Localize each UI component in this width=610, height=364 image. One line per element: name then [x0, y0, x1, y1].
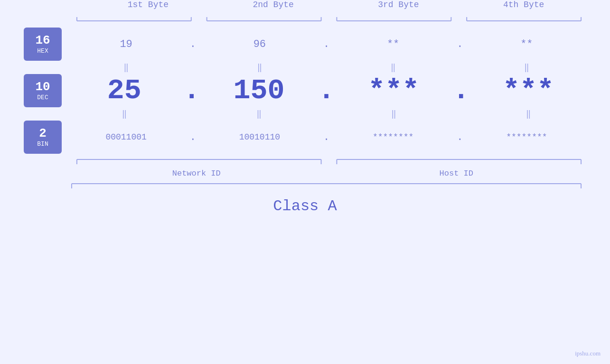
- byte3-header: 3rd Byte: [336, 0, 461, 9]
- top-brackets: [66, 12, 586, 23]
- top-brackets-svg: [66, 12, 586, 23]
- equals-row-2: ‖ ‖ ‖ ‖: [66, 107, 586, 121]
- bin-dot-1: .: [186, 131, 200, 143]
- id-labels-row: Network ID Host ID: [66, 169, 586, 178]
- dec-dot-1: .: [182, 75, 201, 107]
- bin-badge-label: BIN: [37, 140, 48, 148]
- hex-dot-1: .: [186, 38, 200, 50]
- eq2: ‖: [200, 62, 319, 73]
- bin-row: 2 BIN 00011001 . 10010110 . ******** . *…: [24, 121, 586, 154]
- byte1-header: 1st Byte: [85, 0, 211, 9]
- full-bottom-bracket: [66, 182, 586, 192]
- hex-row: 16 HEX 19 . 96 . ** . **: [24, 28, 586, 61]
- dec-val-2: 150: [201, 75, 317, 107]
- network-id-label: Network ID: [66, 169, 327, 178]
- bottom-brackets: [66, 158, 586, 168]
- host-id-label: Host ID: [327, 169, 587, 178]
- byte2-header: 2nd Byte: [211, 0, 336, 9]
- hex-val-4: **: [467, 38, 586, 50]
- dec-badge-num: 10: [35, 80, 50, 94]
- hex-badge: 16 HEX: [24, 28, 62, 61]
- main-container: 1st Byte 2nd Byte 3rd Byte 4th Byte 16 H: [0, 0, 610, 364]
- eq7: ‖: [336, 109, 452, 119]
- hex-dot-3: .: [453, 38, 467, 50]
- bin-badge: 2 BIN: [24, 121, 62, 154]
- hex-dot-2: .: [319, 38, 334, 50]
- eq5: ‖: [66, 109, 182, 119]
- hex-badge-num: 16: [35, 34, 50, 47]
- hex-cells: 19 . 96 . ** . **: [66, 38, 586, 50]
- bin-val-3: ********: [334, 132, 453, 142]
- dec-cells: 25 . 150 . *** . ***: [66, 75, 586, 107]
- bin-val-1: 00011001: [66, 132, 186, 142]
- bin-dot-2: .: [319, 131, 334, 143]
- dec-row: 10 DEC 25 . 150 . *** . ***: [24, 74, 586, 107]
- eq4: ‖: [467, 62, 586, 73]
- dec-dot-3: .: [451, 75, 470, 107]
- equals-row-1: ‖ ‖ ‖ ‖: [66, 61, 586, 74]
- dec-dot-2: .: [317, 75, 336, 107]
- bottom-brackets-svg: [66, 158, 586, 168]
- bin-val-2: 10010110: [200, 132, 319, 142]
- full-bottom-bracket-svg: [66, 182, 586, 189]
- hex-val-1: 19: [66, 38, 186, 50]
- byte4-header: 4th Byte: [461, 0, 586, 9]
- dec-val-4: ***: [470, 75, 586, 107]
- dec-badge: 10 DEC: [24, 74, 62, 107]
- dec-val-1: 25: [66, 75, 182, 107]
- eq6: ‖: [201, 109, 317, 119]
- bin-val-4: ********: [467, 132, 586, 142]
- dec-badge-label: DEC: [37, 94, 48, 101]
- eq3: ‖: [334, 62, 453, 73]
- bin-badge-num: 2: [39, 127, 47, 140]
- hex-badge-label: HEX: [37, 47, 48, 55]
- class-label-container: Class A: [24, 197, 586, 215]
- class-label: Class A: [273, 197, 337, 215]
- bin-dot-3: .: [453, 131, 467, 143]
- hex-val-2: 96: [200, 38, 319, 50]
- eq1: ‖: [66, 62, 186, 73]
- watermark: ipshu.com: [575, 350, 601, 357]
- bin-cells: 00011001 . 10010110 . ******** . *******…: [66, 131, 586, 143]
- dec-val-3: ***: [336, 75, 452, 107]
- hex-val-3: **: [334, 38, 453, 50]
- eq8: ‖: [470, 109, 586, 119]
- byte-headers: 1st Byte 2nd Byte 3rd Byte 4th Byte: [85, 0, 586, 9]
